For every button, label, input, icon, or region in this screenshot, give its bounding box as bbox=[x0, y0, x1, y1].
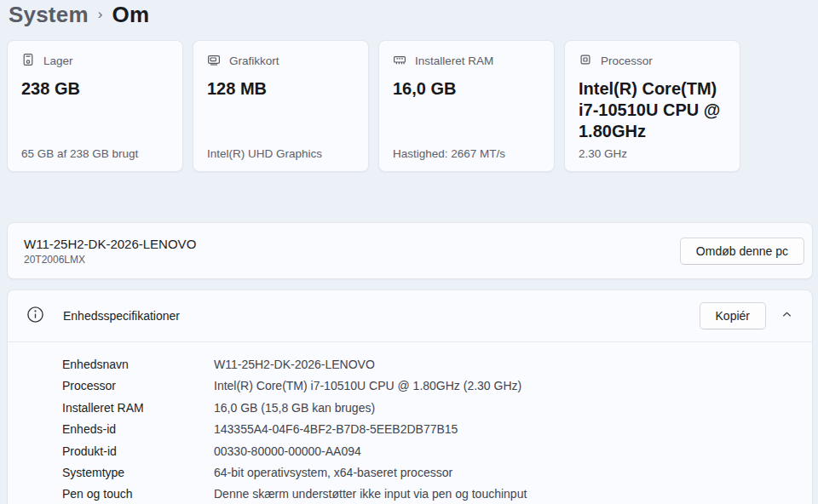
ram-icon bbox=[393, 53, 406, 69]
spec-row-processor: Processor Intel(R) Core(TM) i7-10510U CP… bbox=[62, 375, 795, 397]
breadcrumb: System›Om bbox=[0, 0, 818, 28]
spec-row-system-type: Systemtype 64-bit operativsystem, x64-ba… bbox=[62, 462, 795, 484]
breadcrumb-chevron-icon: › bbox=[98, 6, 103, 22]
storage-icon bbox=[21, 53, 35, 69]
device-name-card: W11-25H2-DK-2026-LENOVO 20T2006LMX Omdøb… bbox=[7, 222, 813, 279]
graphics-card-label: Grafikkort bbox=[229, 54, 279, 67]
graphics-card-footnote: Intel(R) UHD Graphics bbox=[207, 147, 354, 160]
device-info: W11-25H2-DK-2026-LENOVO 20T2006LMX bbox=[24, 237, 196, 266]
device-model: 20T2006LMX bbox=[24, 254, 196, 266]
graphics-card: Grafikkort 128 MB Intel(R) UHD Graphics bbox=[193, 40, 369, 172]
processor-card-label: Processor bbox=[601, 54, 653, 67]
storage-card-footnote: 65 GB af 238 GB brugt bbox=[21, 147, 169, 160]
collapse-button[interactable] bbox=[771, 302, 802, 329]
spec-row-device-name: Enhedsnavn W11-25H2-DK-2026-LENOVO bbox=[62, 354, 795, 375]
device-specifications-section: Enhedsspecifikationer Kopiér Enhedsnavn … bbox=[7, 289, 813, 504]
processor-card-footnote: 2.30 GHz bbox=[579, 147, 726, 160]
spec-row-device-id: Enheds-id 143355A4-04F6-4BF2-B7D8-5EEB2D… bbox=[62, 419, 795, 440]
graphics-card-value: 128 MB bbox=[207, 78, 354, 100]
processor-card: Processor Intel(R) Core(TM) i7-10510U CP… bbox=[564, 40, 740, 172]
copy-button[interactable]: Kopiér bbox=[700, 302, 766, 329]
cpu-icon bbox=[579, 53, 592, 69]
storage-card-label: Lager bbox=[43, 54, 73, 67]
ram-card-label: Installeret RAM bbox=[415, 54, 493, 67]
spec-row-pen-and-touch: Pen og touch Denne skærm understøtter ik… bbox=[62, 484, 795, 504]
ram-card-footnote: Hastighed: 2667 MT/s bbox=[393, 147, 540, 160]
chevron-up-icon bbox=[781, 308, 793, 324]
processor-card-value: Intel(R) Core(TM) i7-10510U CPU @ 1.80GH… bbox=[579, 78, 726, 142]
ram-card-value: 16,0 GB bbox=[393, 78, 540, 100]
info-icon bbox=[26, 306, 44, 327]
summary-cards: Lager 238 GB 65 GB af 238 GB brugt Grafi… bbox=[7, 40, 818, 172]
gpu-icon bbox=[207, 53, 221, 69]
storage-card-value: 238 GB bbox=[21, 78, 169, 100]
ram-card: Installeret RAM 16,0 GB Hastighed: 2667 … bbox=[378, 40, 555, 172]
spec-row-installed-ram: Installeret RAM 16,0 GB (15,8 GB kan bru… bbox=[62, 398, 795, 419]
device-specifications-table: Enhedsnavn W11-25H2-DK-2026-LENOVO Proce… bbox=[8, 341, 812, 504]
device-name: W11-25H2-DK-2026-LENOVO bbox=[24, 237, 196, 251]
device-specifications-title: Enhedsspecifikationer bbox=[63, 309, 180, 323]
spec-row-product-id: Produkt-id 00330-80000-00000-AA094 bbox=[62, 441, 795, 462]
rename-pc-button[interactable]: Omdøb denne pc bbox=[680, 238, 804, 265]
device-specifications-header[interactable]: Enhedsspecifikationer Kopiér bbox=[8, 290, 812, 341]
storage-card: Lager 238 GB 65 GB af 238 GB brugt bbox=[7, 40, 183, 172]
page-title: Om bbox=[112, 2, 150, 27]
breadcrumb-system-link[interactable]: System bbox=[9, 2, 89, 27]
